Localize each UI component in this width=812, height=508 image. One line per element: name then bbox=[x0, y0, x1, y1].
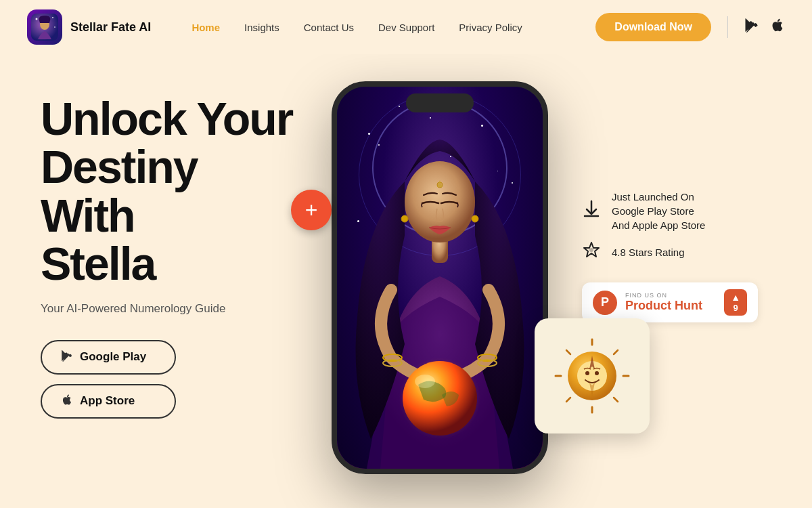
launch-stores-item: Just Launched OnGoogle Play StoreAnd App… bbox=[582, 190, 771, 232]
ph-vote-badge: ▲ 9 bbox=[724, 289, 747, 316]
svg-point-2 bbox=[36, 18, 38, 20]
nav-links: Home Insights Contact Us Dev Support Pri… bbox=[191, 22, 595, 33]
nav-right: Download Now bbox=[595, 13, 785, 41]
plus-icon: + bbox=[305, 199, 318, 221]
ph-vote-count: 9 bbox=[733, 303, 738, 313]
hero-subtitle: Your AI-Powered Numerology Guide bbox=[41, 302, 298, 316]
navbar: Stellar Fate AI Home Insights Contact Us… bbox=[0, 0, 812, 54]
google-play-label: Google Play bbox=[80, 350, 146, 364]
plus-bubble[interactable]: + bbox=[291, 190, 332, 230]
svg-point-11 bbox=[415, 375, 435, 388]
svg-point-4 bbox=[54, 26, 55, 28]
product-hunt-text-area: FIND US ON Product Hunt bbox=[625, 292, 716, 313]
nav-contact[interactable]: Contact Us bbox=[304, 22, 354, 33]
phone-mockup bbox=[332, 81, 548, 474]
compass-card bbox=[535, 318, 650, 433]
app-store-nav-icon[interactable] bbox=[770, 18, 785, 37]
download-icon bbox=[582, 200, 601, 223]
svg-point-28 bbox=[585, 371, 589, 375]
nav-dev-support[interactable]: Dev Support bbox=[378, 22, 434, 33]
google-play-icon bbox=[61, 350, 73, 365]
hero-center: + bbox=[298, 81, 582, 474]
download-now-button[interactable]: Download Now bbox=[595, 13, 711, 41]
nav-privacy[interactable]: Privacy Policy bbox=[459, 22, 522, 33]
google-play-nav-icon[interactable] bbox=[744, 18, 759, 37]
svg-point-32 bbox=[589, 248, 593, 252]
logo-area: Stellar Fate AI bbox=[27, 9, 151, 45]
svg-line-26 bbox=[566, 398, 570, 402]
launch-stores-text: Just Launched OnGoogle Play StoreAnd App… bbox=[612, 190, 705, 232]
star-icon bbox=[582, 240, 601, 263]
hero-section: Unlock Your Destiny With Stella Your AI-… bbox=[0, 54, 812, 508]
svg-point-12 bbox=[401, 215, 408, 222]
nav-divider bbox=[727, 16, 728, 38]
launch-rating-item: 4.8 Stars Rating bbox=[582, 240, 771, 263]
ph-name-label: Product Hunt bbox=[625, 299, 716, 313]
svg-point-3 bbox=[52, 17, 53, 18]
hero-left: Unlock Your Destiny With Stella Your AI-… bbox=[41, 81, 298, 428]
brand-name: Stellar Fate AI bbox=[70, 20, 151, 35]
ph-upvote-arrow: ▲ bbox=[731, 292, 740, 303]
hero-right: Just Launched OnGoogle Play StoreAnd App… bbox=[582, 81, 771, 322]
phone-inner bbox=[337, 87, 543, 469]
launch-info: Just Launched OnGoogle Play StoreAnd App… bbox=[582, 190, 771, 263]
app-store-label: App Store bbox=[80, 394, 135, 408]
nav-insights[interactable]: Insights bbox=[244, 22, 279, 33]
ph-find-us-label: FIND US ON bbox=[625, 292, 716, 299]
google-play-button[interactable]: Google Play bbox=[41, 340, 176, 375]
logo-icon bbox=[27, 9, 62, 45]
svg-line-25 bbox=[614, 350, 618, 354]
nav-home[interactable]: Home bbox=[191, 22, 220, 33]
rating-text: 4.8 Stars Rating bbox=[612, 245, 685, 259]
phone-notch bbox=[406, 93, 474, 112]
app-store-button[interactable]: App Store bbox=[41, 384, 176, 419]
svg-line-24 bbox=[614, 398, 618, 402]
svg-line-23 bbox=[566, 350, 570, 354]
svg-point-29 bbox=[595, 371, 599, 375]
hero-title: Unlock Your Destiny With Stella bbox=[41, 95, 298, 289]
svg-point-13 bbox=[472, 215, 478, 222]
apple-icon bbox=[61, 394, 73, 409]
product-hunt-badge[interactable]: P FIND US ON Product Hunt ▲ 9 bbox=[582, 282, 758, 322]
product-hunt-logo: P bbox=[593, 291, 617, 315]
